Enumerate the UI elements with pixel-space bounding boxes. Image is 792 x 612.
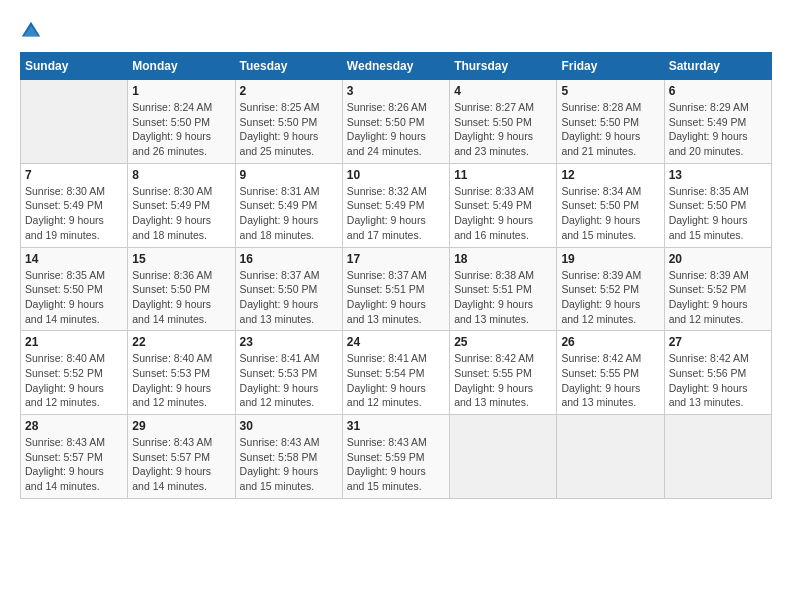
- day-number: 8: [132, 168, 230, 182]
- calendar-table: SundayMondayTuesdayWednesdayThursdayFrid…: [20, 52, 772, 499]
- week-row-5: 28Sunrise: 8:43 AM Sunset: 5:57 PM Dayli…: [21, 415, 772, 499]
- calendar-cell: 27Sunrise: 8:42 AM Sunset: 5:56 PM Dayli…: [664, 331, 771, 415]
- day-number: 30: [240, 419, 338, 433]
- day-info: Sunrise: 8:37 AM Sunset: 5:51 PM Dayligh…: [347, 268, 445, 327]
- calendar-cell: 29Sunrise: 8:43 AM Sunset: 5:57 PM Dayli…: [128, 415, 235, 499]
- calendar-cell: [450, 415, 557, 499]
- day-info: Sunrise: 8:29 AM Sunset: 5:49 PM Dayligh…: [669, 100, 767, 159]
- day-info: Sunrise: 8:39 AM Sunset: 5:52 PM Dayligh…: [669, 268, 767, 327]
- day-number: 15: [132, 252, 230, 266]
- day-info: Sunrise: 8:33 AM Sunset: 5:49 PM Dayligh…: [454, 184, 552, 243]
- day-number: 17: [347, 252, 445, 266]
- calendar-cell: 15Sunrise: 8:36 AM Sunset: 5:50 PM Dayli…: [128, 247, 235, 331]
- calendar-cell: 12Sunrise: 8:34 AM Sunset: 5:50 PM Dayli…: [557, 163, 664, 247]
- header-day-saturday: Saturday: [664, 53, 771, 80]
- day-info: Sunrise: 8:42 AM Sunset: 5:55 PM Dayligh…: [454, 351, 552, 410]
- day-number: 16: [240, 252, 338, 266]
- day-number: 19: [561, 252, 659, 266]
- day-info: Sunrise: 8:41 AM Sunset: 5:54 PM Dayligh…: [347, 351, 445, 410]
- header-day-friday: Friday: [557, 53, 664, 80]
- day-info: Sunrise: 8:37 AM Sunset: 5:50 PM Dayligh…: [240, 268, 338, 327]
- day-number: 6: [669, 84, 767, 98]
- logo-icon: [20, 20, 42, 42]
- calendar-cell: 7Sunrise: 8:30 AM Sunset: 5:49 PM Daylig…: [21, 163, 128, 247]
- day-info: Sunrise: 8:35 AM Sunset: 5:50 PM Dayligh…: [669, 184, 767, 243]
- calendar-cell: 2Sunrise: 8:25 AM Sunset: 5:50 PM Daylig…: [235, 80, 342, 164]
- day-info: Sunrise: 8:30 AM Sunset: 5:49 PM Dayligh…: [132, 184, 230, 243]
- day-number: 14: [25, 252, 123, 266]
- day-number: 4: [454, 84, 552, 98]
- day-number: 26: [561, 335, 659, 349]
- day-number: 21: [25, 335, 123, 349]
- day-number: 25: [454, 335, 552, 349]
- day-info: Sunrise: 8:31 AM Sunset: 5:49 PM Dayligh…: [240, 184, 338, 243]
- calendar-cell: 19Sunrise: 8:39 AM Sunset: 5:52 PM Dayli…: [557, 247, 664, 331]
- calendar-cell: 30Sunrise: 8:43 AM Sunset: 5:58 PM Dayli…: [235, 415, 342, 499]
- header-day-tuesday: Tuesday: [235, 53, 342, 80]
- calendar-cell: 11Sunrise: 8:33 AM Sunset: 5:49 PM Dayli…: [450, 163, 557, 247]
- day-number: 3: [347, 84, 445, 98]
- calendar-cell: 16Sunrise: 8:37 AM Sunset: 5:50 PM Dayli…: [235, 247, 342, 331]
- day-info: Sunrise: 8:32 AM Sunset: 5:49 PM Dayligh…: [347, 184, 445, 243]
- day-number: 1: [132, 84, 230, 98]
- header-day-wednesday: Wednesday: [342, 53, 449, 80]
- day-info: Sunrise: 8:43 AM Sunset: 5:58 PM Dayligh…: [240, 435, 338, 494]
- day-info: Sunrise: 8:40 AM Sunset: 5:52 PM Dayligh…: [25, 351, 123, 410]
- day-number: 12: [561, 168, 659, 182]
- day-number: 11: [454, 168, 552, 182]
- week-row-2: 7Sunrise: 8:30 AM Sunset: 5:49 PM Daylig…: [21, 163, 772, 247]
- day-info: Sunrise: 8:36 AM Sunset: 5:50 PM Dayligh…: [132, 268, 230, 327]
- calendar-cell: 1Sunrise: 8:24 AM Sunset: 5:50 PM Daylig…: [128, 80, 235, 164]
- calendar-cell: 6Sunrise: 8:29 AM Sunset: 5:49 PM Daylig…: [664, 80, 771, 164]
- calendar-cell: 21Sunrise: 8:40 AM Sunset: 5:52 PM Dayli…: [21, 331, 128, 415]
- day-info: Sunrise: 8:38 AM Sunset: 5:51 PM Dayligh…: [454, 268, 552, 327]
- day-info: Sunrise: 8:42 AM Sunset: 5:55 PM Dayligh…: [561, 351, 659, 410]
- day-info: Sunrise: 8:43 AM Sunset: 5:59 PM Dayligh…: [347, 435, 445, 494]
- calendar-cell: 26Sunrise: 8:42 AM Sunset: 5:55 PM Dayli…: [557, 331, 664, 415]
- day-info: Sunrise: 8:41 AM Sunset: 5:53 PM Dayligh…: [240, 351, 338, 410]
- day-info: Sunrise: 8:27 AM Sunset: 5:50 PM Dayligh…: [454, 100, 552, 159]
- day-info: Sunrise: 8:24 AM Sunset: 5:50 PM Dayligh…: [132, 100, 230, 159]
- calendar-cell: 20Sunrise: 8:39 AM Sunset: 5:52 PM Dayli…: [664, 247, 771, 331]
- calendar-cell: 14Sunrise: 8:35 AM Sunset: 5:50 PM Dayli…: [21, 247, 128, 331]
- calendar-header: SundayMondayTuesdayWednesdayThursdayFrid…: [21, 53, 772, 80]
- calendar-cell: 13Sunrise: 8:35 AM Sunset: 5:50 PM Dayli…: [664, 163, 771, 247]
- day-number: 9: [240, 168, 338, 182]
- day-number: 24: [347, 335, 445, 349]
- calendar-cell: 10Sunrise: 8:32 AM Sunset: 5:49 PM Dayli…: [342, 163, 449, 247]
- week-row-4: 21Sunrise: 8:40 AM Sunset: 5:52 PM Dayli…: [21, 331, 772, 415]
- calendar-cell: 8Sunrise: 8:30 AM Sunset: 5:49 PM Daylig…: [128, 163, 235, 247]
- calendar-cell: 25Sunrise: 8:42 AM Sunset: 5:55 PM Dayli…: [450, 331, 557, 415]
- day-number: 29: [132, 419, 230, 433]
- day-number: 28: [25, 419, 123, 433]
- day-number: 31: [347, 419, 445, 433]
- day-number: 13: [669, 168, 767, 182]
- header-day-sunday: Sunday: [21, 53, 128, 80]
- calendar-cell: 17Sunrise: 8:37 AM Sunset: 5:51 PM Dayli…: [342, 247, 449, 331]
- calendar-cell: 22Sunrise: 8:40 AM Sunset: 5:53 PM Dayli…: [128, 331, 235, 415]
- day-info: Sunrise: 8:30 AM Sunset: 5:49 PM Dayligh…: [25, 184, 123, 243]
- day-number: 5: [561, 84, 659, 98]
- calendar-cell: [557, 415, 664, 499]
- calendar-cell: 24Sunrise: 8:41 AM Sunset: 5:54 PM Dayli…: [342, 331, 449, 415]
- day-info: Sunrise: 8:42 AM Sunset: 5:56 PM Dayligh…: [669, 351, 767, 410]
- day-number: 20: [669, 252, 767, 266]
- calendar-cell: 3Sunrise: 8:26 AM Sunset: 5:50 PM Daylig…: [342, 80, 449, 164]
- calendar-cell: 18Sunrise: 8:38 AM Sunset: 5:51 PM Dayli…: [450, 247, 557, 331]
- day-number: 23: [240, 335, 338, 349]
- day-number: 27: [669, 335, 767, 349]
- day-info: Sunrise: 8:40 AM Sunset: 5:53 PM Dayligh…: [132, 351, 230, 410]
- day-info: Sunrise: 8:39 AM Sunset: 5:52 PM Dayligh…: [561, 268, 659, 327]
- calendar-cell: 28Sunrise: 8:43 AM Sunset: 5:57 PM Dayli…: [21, 415, 128, 499]
- calendar-cell: 4Sunrise: 8:27 AM Sunset: 5:50 PM Daylig…: [450, 80, 557, 164]
- day-info: Sunrise: 8:25 AM Sunset: 5:50 PM Dayligh…: [240, 100, 338, 159]
- page-header: [20, 20, 772, 42]
- calendar-cell: [664, 415, 771, 499]
- day-number: 18: [454, 252, 552, 266]
- day-info: Sunrise: 8:28 AM Sunset: 5:50 PM Dayligh…: [561, 100, 659, 159]
- day-number: 2: [240, 84, 338, 98]
- day-info: Sunrise: 8:43 AM Sunset: 5:57 PM Dayligh…: [132, 435, 230, 494]
- header-row: SundayMondayTuesdayWednesdayThursdayFrid…: [21, 53, 772, 80]
- header-day-monday: Monday: [128, 53, 235, 80]
- calendar-cell: 9Sunrise: 8:31 AM Sunset: 5:49 PM Daylig…: [235, 163, 342, 247]
